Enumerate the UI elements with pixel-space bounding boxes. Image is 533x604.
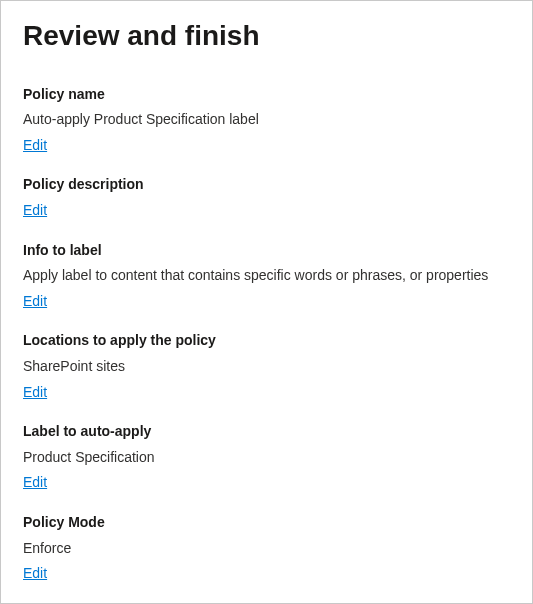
edit-locations-link[interactable]: Edit <box>23 383 47 403</box>
section-label-to-apply: Label to auto-apply Product Specificatio… <box>23 422 510 493</box>
label-to-apply-value: Product Specification <box>23 448 510 468</box>
section-locations: Locations to apply the policy SharePoint… <box>23 331 510 402</box>
locations-value: SharePoint sites <box>23 357 510 377</box>
info-to-label-label: Info to label <box>23 241 510 261</box>
edit-policy-name-link[interactable]: Edit <box>23 136 47 156</box>
label-to-apply-label: Label to auto-apply <box>23 422 510 442</box>
edit-policy-mode-link[interactable]: Edit <box>23 564 47 584</box>
policy-description-label: Policy description <box>23 175 510 195</box>
policy-mode-value: Enforce <box>23 539 510 559</box>
edit-info-to-label-link[interactable]: Edit <box>23 292 47 312</box>
policy-name-value: Auto-apply Product Specification label <box>23 110 510 130</box>
policy-mode-label: Policy Mode <box>23 513 510 533</box>
section-policy-name: Policy name Auto-apply Product Specifica… <box>23 85 510 156</box>
locations-label: Locations to apply the policy <box>23 331 510 351</box>
edit-label-to-apply-link[interactable]: Edit <box>23 473 47 493</box>
section-policy-description: Policy description Edit <box>23 175 510 220</box>
info-to-label-value: Apply label to content that contains spe… <box>23 266 510 286</box>
page-title: Review and finish <box>23 19 510 53</box>
section-policy-mode: Policy Mode Enforce Edit <box>23 513 510 584</box>
policy-name-label: Policy name <box>23 85 510 105</box>
section-info-to-label: Info to label Apply label to content tha… <box>23 241 510 312</box>
edit-policy-description-link[interactable]: Edit <box>23 201 47 221</box>
